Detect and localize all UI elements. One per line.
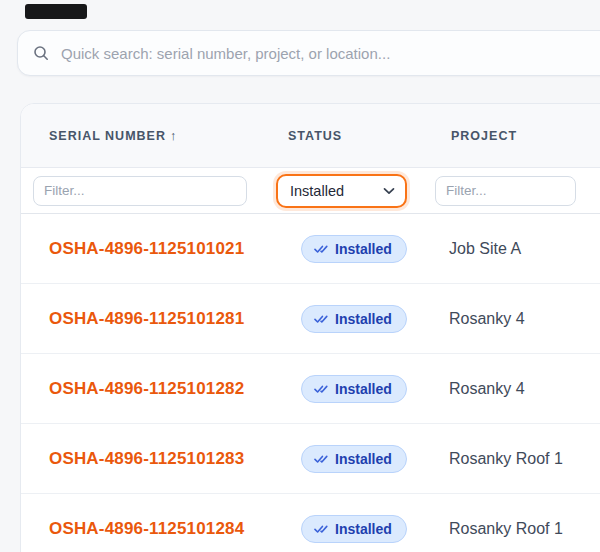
table-row[interactable]: OSHA-4896-1125101283 Installed Rosanky R…: [21, 424, 600, 494]
serial-table-card: Serial Number↑ Status Project Installed …: [20, 103, 600, 552]
double-check-icon: [314, 524, 328, 534]
table-row[interactable]: OSHA-4896-1125101021 Installed Job Site …: [21, 214, 600, 284]
project-cell: Rosanky Roof 1: [435, 520, 600, 538]
table-header-row: Serial Number↑ Status Project: [21, 104, 600, 168]
status-badge: Installed: [301, 515, 407, 543]
filter-row: Installed: [21, 168, 600, 214]
project-cell: Rosanky 4: [435, 310, 600, 328]
column-header-label: Status: [288, 129, 342, 143]
column-header-project[interactable]: Project: [435, 129, 600, 143]
double-check-icon: [314, 244, 328, 254]
status-badge: Installed: [301, 375, 407, 403]
project-filter-input[interactable]: [435, 176, 576, 206]
quick-search-input[interactable]: [61, 45, 600, 62]
status-badge-label: Installed: [335, 522, 392, 536]
double-check-icon: [314, 454, 328, 464]
serial-number-link[interactable]: OSHA-4896-1125101284: [21, 519, 276, 539]
status-badge-label: Installed: [335, 242, 392, 256]
double-check-icon: [314, 314, 328, 324]
table-row[interactable]: OSHA-4896-1125101282 Installed Rosanky 4: [21, 354, 600, 424]
status-badge: Installed: [301, 445, 407, 473]
double-check-icon: [314, 384, 328, 394]
status-badge: Installed: [301, 235, 407, 263]
quick-search-bar[interactable]: [17, 30, 600, 76]
status-filter-value: Installed: [290, 183, 344, 199]
serial-number-link[interactable]: OSHA-4896-1125101282: [21, 379, 276, 399]
status-badge-label: Installed: [335, 312, 392, 326]
column-header-label: Project: [451, 129, 517, 143]
serial-filter-input[interactable]: [33, 176, 247, 206]
search-icon: [33, 45, 49, 61]
serial-number-link[interactable]: OSHA-4896-1125101283: [21, 449, 276, 469]
project-cell: Rosanky Roof 1: [435, 450, 600, 468]
project-cell: Job Site A: [435, 240, 600, 258]
status-badge-label: Installed: [335, 382, 392, 396]
status-badge-label: Installed: [335, 452, 392, 466]
table-row[interactable]: OSHA-4896-1125101284 Installed Rosanky R…: [21, 494, 600, 552]
serial-number-link[interactable]: OSHA-4896-1125101021: [21, 239, 276, 259]
sort-ascending-icon: ↑: [170, 129, 176, 143]
column-header-label: Serial Number: [49, 129, 166, 143]
status-badge: Installed: [301, 305, 407, 333]
chevron-down-icon: [383, 187, 395, 195]
redaction-artifact: [25, 4, 87, 19]
column-header-serial-number[interactable]: Serial Number↑: [21, 129, 276, 143]
serial-number-link[interactable]: OSHA-4896-1125101281: [21, 309, 276, 329]
table-row[interactable]: OSHA-4896-1125101281 Installed Rosanky 4: [21, 284, 600, 354]
status-filter-select[interactable]: Installed: [276, 174, 407, 208]
column-header-status[interactable]: Status: [276, 129, 435, 143]
project-cell: Rosanky 4: [435, 380, 600, 398]
